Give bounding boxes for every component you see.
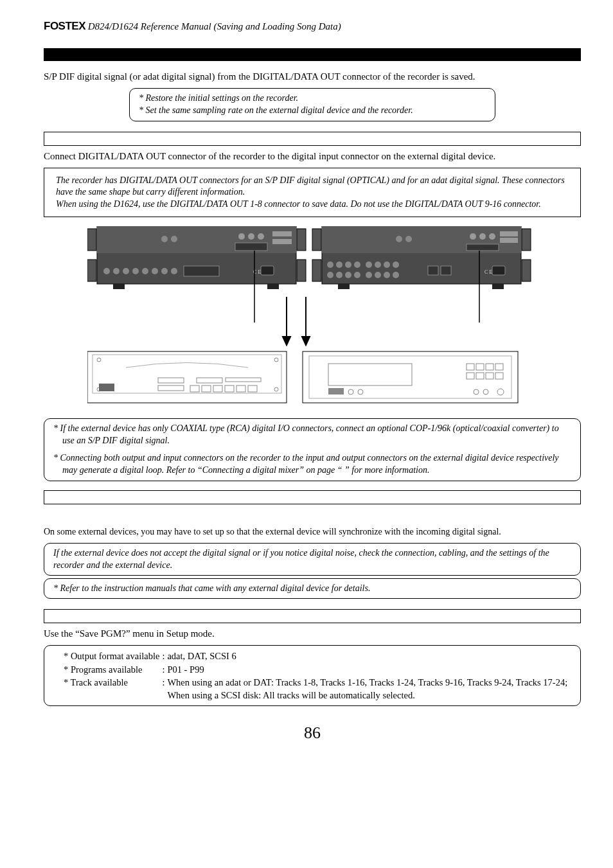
svg-point-37 [479, 233, 486, 240]
svg-point-44 [345, 261, 351, 268]
svg-rect-93 [476, 364, 484, 370]
svg-rect-3 [87, 260, 96, 281]
svg-point-102 [497, 389, 504, 395]
svg-point-38 [489, 233, 495, 240]
svg-rect-39 [500, 231, 518, 236]
formats-box: * Output format available : adat, DAT, S… [44, 645, 581, 706]
svg-point-7 [171, 236, 177, 242]
svg-point-43 [336, 261, 342, 268]
svg-rect-78 [226, 378, 261, 382]
svg-rect-80 [190, 385, 199, 392]
svg-rect-41 [466, 244, 499, 251]
svg-marker-68 [302, 337, 310, 345]
svg-point-100 [474, 389, 479, 394]
table-row: * Output format available : adat, DAT, S… [64, 650, 570, 662]
svg-point-91 [358, 389, 363, 394]
mid-note-a: * If the external device has only COAXIA… [53, 423, 571, 447]
svg-point-19 [152, 268, 158, 274]
svg-point-36 [470, 233, 476, 240]
svg-rect-82 [213, 385, 222, 392]
svg-point-90 [348, 389, 353, 394]
svg-rect-63 [492, 284, 504, 289]
svg-rect-77 [197, 378, 222, 383]
svg-rect-22 [184, 266, 219, 276]
svg-rect-95 [495, 364, 503, 370]
svg-rect-81 [202, 385, 211, 392]
svg-rect-84 [236, 385, 245, 392]
svg-point-45 [354, 261, 360, 268]
svg-rect-83 [225, 385, 234, 392]
step2-note1: If the external device does not accept t… [53, 548, 549, 569]
svg-rect-12 [272, 239, 292, 244]
svg-point-101 [483, 389, 488, 394]
fmt-val-3: When using an adat or DAT: Tracks 1-8, T… [167, 676, 570, 702]
intro-text: S/P DIF digital signal (or adat digital … [44, 70, 581, 83]
svg-point-57 [393, 272, 399, 278]
step3-body: Use the “Save PGM?” menu in Setup mode. [44, 627, 581, 640]
step1-italic-note: The recorder has DIGITAL/DATA OUT connec… [44, 168, 581, 217]
fmt-val-1: adat, DAT, SCSI 6 [167, 650, 570, 662]
svg-point-16 [123, 268, 129, 274]
svg-rect-58 [428, 266, 438, 275]
svg-rect-11 [272, 231, 292, 236]
step2-body: On some external devices, you may have t… [44, 526, 581, 538]
step-box-1 [44, 132, 581, 146]
brand-logo: FOSTEX [44, 20, 85, 32]
svg-rect-88 [328, 364, 412, 385]
svg-point-71 [97, 358, 101, 362]
step2-note2-box: * Refer to the instruction manuals that … [44, 578, 581, 599]
mid-note-b: * Connecting both output and input conne… [53, 452, 571, 477]
section-black-bar [44, 48, 581, 61]
svg-rect-76 [158, 378, 184, 383]
svg-rect-5 [297, 260, 306, 281]
svg-point-21 [171, 268, 177, 274]
fmt-label-2: * Programs available [64, 663, 162, 676]
svg-rect-32 [522, 229, 531, 251]
svg-rect-96 [466, 373, 474, 379]
svg-point-9 [248, 233, 254, 240]
svg-rect-59 [441, 266, 451, 275]
svg-marker-66 [283, 337, 290, 345]
svg-point-54 [366, 272, 372, 278]
svg-point-47 [336, 272, 342, 278]
svg-rect-89 [328, 388, 344, 394]
step-box-2 [44, 490, 581, 504]
svg-point-51 [375, 261, 381, 268]
svg-point-55 [375, 272, 381, 278]
svg-rect-4 [297, 229, 306, 251]
svg-rect-94 [486, 364, 493, 370]
svg-rect-33 [522, 260, 531, 281]
svg-point-6 [161, 236, 168, 242]
fmt-label-3: * Track available [64, 676, 162, 702]
svg-point-49 [354, 272, 360, 278]
page-number: 86 [44, 722, 581, 744]
svg-rect-25 [113, 284, 125, 289]
svg-rect-13 [235, 243, 267, 251]
svg-point-15 [113, 268, 120, 274]
svg-rect-69 [87, 351, 287, 403]
formats-table: * Output format available : adat, DAT, S… [64, 650, 570, 702]
svg-point-8 [238, 233, 245, 240]
svg-point-42 [327, 261, 333, 268]
svg-point-14 [103, 268, 110, 274]
svg-point-34 [396, 236, 402, 242]
svg-rect-2 [87, 229, 96, 251]
table-row: * Programs available : P01 - P99 [64, 663, 570, 676]
svg-rect-99 [495, 373, 503, 379]
svg-rect-23 [261, 266, 274, 275]
svg-point-53 [393, 261, 399, 268]
fmt-label-1: * Output format available [64, 650, 162, 662]
svg-rect-62 [338, 284, 350, 289]
svg-text:C E: C E [484, 269, 492, 275]
top-note-1: * Restore the initial settings on the re… [139, 93, 486, 105]
svg-rect-98 [486, 373, 493, 379]
svg-point-74 [274, 387, 278, 391]
svg-point-48 [345, 272, 351, 278]
svg-point-52 [384, 261, 390, 268]
svg-rect-79 [158, 385, 184, 391]
svg-rect-75 [99, 384, 114, 391]
svg-rect-60 [492, 266, 505, 275]
svg-rect-92 [466, 364, 474, 370]
header-line: FOSTEX D824/D1624 Reference Manual (Savi… [44, 19, 581, 34]
fmt-val-2: P01 - P99 [167, 663, 570, 676]
